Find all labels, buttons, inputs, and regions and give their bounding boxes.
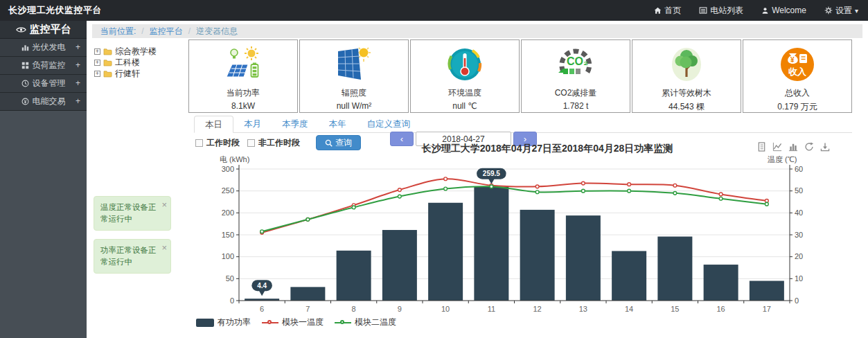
card-ambient-temperature: 环境温度 null ℃ xyxy=(410,39,520,113)
card-value: 8.1kW xyxy=(189,101,297,111)
restore-icon[interactable] xyxy=(804,142,814,152)
expand-plus-icon: + xyxy=(76,60,80,70)
sidebar-item-label: 光伏发电 xyxy=(33,42,66,53)
home-icon xyxy=(654,7,662,15)
sidebar-item-energy-trade[interactable]: 电能交易 + xyxy=(0,93,87,111)
legend-label: 模块二温度 xyxy=(355,317,396,328)
svg-text:8: 8 xyxy=(352,305,356,313)
chart-title: 长沙理工大学2018年04月27日至2018年04月28日功率监测 xyxy=(305,143,790,155)
chart-legend: 有功功率 模块一温度 模块二温度 xyxy=(196,317,396,328)
expand-plus-icon: + xyxy=(76,42,80,52)
tree-item-building[interactable]: + 行健轩 xyxy=(94,68,184,79)
card-value: 0.179 万元 xyxy=(743,101,851,113)
sidebar-item-device-management[interactable]: 设备管理 + xyxy=(0,75,87,93)
sidebar-item-label: 电能交易 xyxy=(33,96,66,107)
sidebar-item-load-monitor[interactable]: 负荷监控 + xyxy=(0,57,87,75)
svg-text:16: 16 xyxy=(717,305,725,313)
legend-label: 有功功率 xyxy=(218,317,251,328)
svg-text:259.5: 259.5 xyxy=(483,170,500,177)
svg-text:CO₂: CO₂ xyxy=(567,55,588,67)
sidebar-item-label: 设备管理 xyxy=(33,78,66,89)
svg-text:20: 20 xyxy=(795,252,803,260)
svg-text:15: 15 xyxy=(671,305,679,313)
tab-custom-query[interactable]: 自定义查询 xyxy=(357,116,421,132)
card-label: 总收入 xyxy=(743,87,851,99)
expand-plus-icon: + xyxy=(76,78,80,88)
app-title: 长沙理工光伏监控平台 xyxy=(8,4,102,17)
stat-cards: 当前功率 8.1kW 辐照度 null W/m² xyxy=(188,39,852,113)
bar-chart-icon xyxy=(21,44,29,51)
toast-temperature-normal: 温度正常设备正常运行中 × xyxy=(94,196,171,231)
co2-icon: CO₂ xyxy=(558,46,594,82)
nav-settings[interactable]: 设置 ▾ xyxy=(824,5,858,17)
tree-expander-icon[interactable]: + xyxy=(94,71,100,77)
svg-text:200: 200 xyxy=(222,208,234,217)
user-icon xyxy=(761,7,769,15)
svg-text:9: 9 xyxy=(398,305,402,313)
line-chart-icon[interactable] xyxy=(772,142,782,152)
svg-text:50: 50 xyxy=(226,274,234,283)
card-current-power: 当前功率 8.1kW xyxy=(188,39,298,113)
breadcrumb-current: 逆变器信息 xyxy=(196,26,238,37)
legend-item-module2-temp[interactable]: 模块二温度 xyxy=(335,317,396,328)
svg-text:¥: ¥ xyxy=(790,56,795,64)
svg-text:6: 6 xyxy=(260,305,264,313)
svg-text:7: 7 xyxy=(305,305,310,313)
legend-item-active-power[interactable]: 有功功率 xyxy=(196,317,251,328)
svg-text:13: 13 xyxy=(579,305,587,313)
sidebar-header: 监控平台 xyxy=(0,21,87,39)
download-icon[interactable] xyxy=(820,142,830,152)
svg-text:17: 17 xyxy=(763,305,771,313)
yen-circle-icon xyxy=(21,98,29,105)
nav-user[interactable]: Welcome xyxy=(761,6,806,15)
svg-text:温度 (℃): 温度 (℃) xyxy=(768,155,797,163)
checkbox-working-hours[interactable] xyxy=(195,139,203,147)
expand-plus-icon: + xyxy=(76,96,80,106)
close-icon[interactable]: × xyxy=(161,199,167,211)
tree-expander-icon[interactable]: + xyxy=(94,60,100,66)
svg-text:10: 10 xyxy=(441,305,450,313)
svg-text:12: 12 xyxy=(533,305,542,313)
legend-item-module1-temp[interactable]: 模块一温度 xyxy=(262,317,324,328)
card-value: null ℃ xyxy=(411,101,519,111)
card-irradiance: 辐照度 null W/m² xyxy=(299,39,409,113)
top-navbar-menu: 首页 电站列表 Welcome 设置 ▾ xyxy=(654,5,858,17)
close-icon[interactable]: × xyxy=(161,242,167,254)
svg-text:40: 40 xyxy=(795,208,803,217)
sidebar-item-pv-generation[interactable]: 光伏发电 + xyxy=(0,39,87,57)
breadcrumb-link-platform[interactable]: 监控平台 xyxy=(150,26,183,37)
tab-month[interactable]: 本月 xyxy=(233,116,272,132)
top-navbar: 长沙理工光伏监控平台 首页 电站列表 Welcome 设置 ▾ xyxy=(0,0,868,21)
tree-item-label: 综合教学楼 xyxy=(115,46,157,57)
data-view-icon[interactable] xyxy=(757,142,766,152)
svg-text:300: 300 xyxy=(222,165,234,173)
svg-text:14: 14 xyxy=(625,305,633,313)
card-co2-reduction: CO₂ CO2减排量 1.782 t xyxy=(521,39,630,113)
tab-today[interactable]: 本日 xyxy=(194,116,233,133)
photovoltaic-monitoring-page: 长沙理工光伏监控平台 首页 电站列表 Welcome 设置 ▾ xyxy=(0,0,868,338)
nav-home[interactable]: 首页 xyxy=(654,5,681,17)
sidebar-item-label: 负荷监控 xyxy=(33,60,66,71)
svg-text:0: 0 xyxy=(230,296,234,305)
svg-text:10: 10 xyxy=(795,274,803,283)
folder-icon xyxy=(103,70,112,78)
legend-bar-swatch xyxy=(196,319,214,327)
period-tabs: 本日 本月 本季度 本年 自定义查询 xyxy=(194,116,852,133)
tree-item-building[interactable]: + 工科楼 xyxy=(94,57,184,68)
tree-expander-icon[interactable]: + xyxy=(94,48,100,55)
svg-text:0: 0 xyxy=(795,296,799,305)
eye-icon xyxy=(16,26,26,33)
bar-chart-icon[interactable] xyxy=(788,142,798,152)
tab-year[interactable]: 本年 xyxy=(319,116,357,132)
nav-settings-label: 设置 xyxy=(835,5,852,17)
card-label: 当前功率 xyxy=(189,87,297,99)
checkbox-non-working-hours[interactable] xyxy=(247,139,255,147)
tab-quarter[interactable]: 本季度 xyxy=(272,116,319,132)
tree-item-building[interactable]: + 综合教学楼 xyxy=(94,46,184,57)
nav-station-list[interactable]: 电站列表 xyxy=(699,5,743,17)
card-equivalent-trees: 累计等效树木 44.543 棵 xyxy=(632,39,741,113)
income-icon: ¥ 收入 xyxy=(779,46,815,82)
svg-text:100: 100 xyxy=(222,252,234,260)
folder-icon xyxy=(103,59,112,66)
clock-icon xyxy=(21,80,29,87)
